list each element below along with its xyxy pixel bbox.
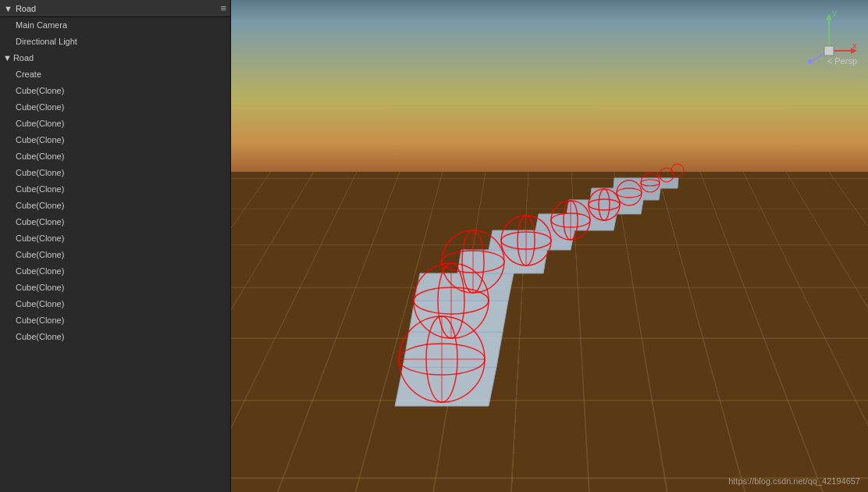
hierarchy-item-1[interactable]: Directional Light <box>0 34 230 50</box>
hierarchy-title: Road <box>16 4 36 13</box>
hierarchy-item-14[interactable]: Cube(Clone) <box>0 247 230 263</box>
hierarchy-item-17[interactable]: Cube(Clone) <box>0 296 230 312</box>
perspective-label: < Persp <box>827 56 857 66</box>
hierarchy-item-5[interactable]: Cube(Clone) <box>0 99 230 116</box>
hierarchy-item-15[interactable]: Cube(Clone) <box>0 263 230 280</box>
hierarchy-panel[interactable]: ▼ Road ≡ Main CameraDirectional Light▼Ro… <box>0 0 231 492</box>
hierarchy-item-11[interactable]: Cube(Clone) <box>0 198 230 214</box>
hierarchy-items: Main CameraDirectional Light▼RoadCreateC… <box>0 17 230 345</box>
hierarchy-menu-icon[interactable]: ≡ <box>220 2 226 14</box>
svg-text:y: y <box>832 8 837 17</box>
scene-viewport[interactable]: y x < Persp https://blog.csdn.net/qq_421… <box>231 0 868 492</box>
svg-rect-48 <box>824 46 834 55</box>
hierarchy-item-2[interactable]: ▼Road <box>0 50 230 66</box>
hierarchy-item-10[interactable]: Cube(Clone) <box>0 181 230 198</box>
grid-overlay <box>231 172 868 492</box>
header-left: ▼ Road <box>4 4 36 13</box>
hierarchy-item-16[interactable]: Cube(Clone) <box>0 280 230 296</box>
svg-marker-41 <box>826 14 832 20</box>
expand-arrow[interactable]: ▼ <box>4 4 12 13</box>
svg-text:x: x <box>852 41 857 50</box>
hierarchy-item-9[interactable]: Cube(Clone) <box>0 165 230 181</box>
attribution-text: https://blog.csdn.net/qq_42194657 <box>728 476 860 486</box>
hierarchy-item-19[interactable]: Cube(Clone) <box>0 329 230 345</box>
hierarchy-item-6[interactable]: Cube(Clone) <box>0 116 230 132</box>
hierarchy-item-7[interactable]: Cube(Clone) <box>0 132 230 148</box>
hierarchy-item-18[interactable]: Cube(Clone) <box>0 312 230 329</box>
hierarchy-header: ▼ Road ≡ <box>0 0 230 17</box>
svg-point-47 <box>808 59 813 64</box>
hierarchy-item-0[interactable]: Main Camera <box>0 17 230 34</box>
scene-gizmo[interactable]: y x <box>798 8 860 78</box>
hierarchy-item-8[interactable]: Cube(Clone) <box>0 148 230 165</box>
hierarchy-item-3[interactable]: Create <box>0 66 230 83</box>
hierarchy-item-4[interactable]: Cube(Clone) <box>0 83 230 99</box>
hierarchy-item-12[interactable]: Cube(Clone) <box>0 214 230 230</box>
hierarchy-item-13[interactable]: Cube(Clone) <box>0 230 230 247</box>
